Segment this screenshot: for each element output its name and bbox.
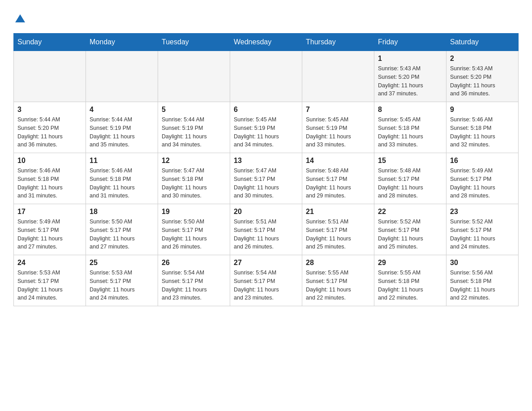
calendar-table: SundayMondayTuesdayWednesdayThursdayFrid… [13, 33, 519, 306]
calendar-day-cell: 22Sunrise: 5:52 AM Sunset: 5:17 PM Dayli… [374, 204, 446, 255]
calendar-day-cell [158, 51, 230, 102]
calendar-day-cell: 21Sunrise: 5:51 AM Sunset: 5:17 PM Dayli… [302, 204, 374, 255]
calendar-day-cell: 15Sunrise: 5:48 AM Sunset: 5:17 PM Dayli… [374, 153, 446, 204]
day-info: Sunrise: 5:45 AM Sunset: 5:18 PM Dayligh… [378, 116, 442, 149]
calendar-week-row: 10Sunrise: 5:46 AM Sunset: 5:18 PM Dayli… [14, 153, 519, 204]
day-info: Sunrise: 5:55 AM Sunset: 5:18 PM Dayligh… [378, 269, 442, 302]
calendar-day-cell: 26Sunrise: 5:54 AM Sunset: 5:17 PM Dayli… [158, 255, 230, 306]
calendar-week-row: 1Sunrise: 5:43 AM Sunset: 5:20 PM Daylig… [14, 51, 519, 102]
calendar-day-cell: 6Sunrise: 5:45 AM Sunset: 5:19 PM Daylig… [230, 102, 302, 153]
day-info: Sunrise: 5:46 AM Sunset: 5:18 PM Dayligh… [450, 116, 515, 149]
day-info: Sunrise: 5:47 AM Sunset: 5:17 PM Dayligh… [234, 167, 298, 200]
logo-triangle-icon [15, 14, 25, 22]
day-info: Sunrise: 5:44 AM Sunset: 5:20 PM Dayligh… [17, 116, 82, 149]
day-info: Sunrise: 5:47 AM Sunset: 5:18 PM Dayligh… [162, 167, 226, 200]
day-info: Sunrise: 5:43 AM Sunset: 5:20 PM Dayligh… [378, 64, 442, 98]
calendar-day-cell [302, 51, 374, 102]
calendar-day-cell: 30Sunrise: 5:56 AM Sunset: 5:18 PM Dayli… [446, 255, 519, 306]
calendar-day-cell: 1Sunrise: 5:43 AM Sunset: 5:20 PM Daylig… [374, 51, 446, 102]
day-info: Sunrise: 5:46 AM Sunset: 5:18 PM Dayligh… [90, 167, 154, 200]
day-number: 22 [378, 208, 442, 216]
day-number: 6 [234, 106, 298, 114]
day-info: Sunrise: 5:56 AM Sunset: 5:18 PM Dayligh… [450, 269, 515, 302]
day-info: Sunrise: 5:54 AM Sunset: 5:17 PM Dayligh… [162, 269, 226, 302]
day-number: 19 [162, 208, 226, 216]
day-number: 28 [306, 259, 370, 267]
calendar-day-cell: 9Sunrise: 5:46 AM Sunset: 5:18 PM Daylig… [446, 102, 519, 153]
calendar-day-cell: 20Sunrise: 5:51 AM Sunset: 5:17 PM Dayli… [230, 204, 302, 255]
day-number: 4 [90, 106, 154, 114]
day-number: 15 [378, 157, 442, 165]
day-number: 12 [162, 157, 226, 165]
calendar-day-cell: 13Sunrise: 5:47 AM Sunset: 5:17 PM Dayli… [230, 153, 302, 204]
calendar-day-cell: 7Sunrise: 5:45 AM Sunset: 5:19 PM Daylig… [302, 102, 374, 153]
day-info: Sunrise: 5:51 AM Sunset: 5:17 PM Dayligh… [306, 218, 370, 251]
day-info: Sunrise: 5:50 AM Sunset: 5:17 PM Dayligh… [162, 218, 226, 251]
day-number: 5 [162, 106, 226, 114]
day-number: 1 [378, 55, 442, 63]
calendar-day-cell: 16Sunrise: 5:49 AM Sunset: 5:17 PM Dayli… [446, 153, 519, 204]
calendar-day-cell: 29Sunrise: 5:55 AM Sunset: 5:18 PM Dayli… [374, 255, 446, 306]
day-number: 20 [234, 208, 298, 216]
calendar-day-cell [230, 51, 302, 102]
weekday-header-thursday: Thursday [302, 34, 374, 51]
day-info: Sunrise: 5:45 AM Sunset: 5:19 PM Dayligh… [234, 116, 298, 149]
day-number: 30 [450, 259, 515, 267]
calendar-day-cell: 18Sunrise: 5:50 AM Sunset: 5:17 PM Dayli… [86, 204, 158, 255]
weekday-header-wednesday: Wednesday [230, 34, 302, 51]
calendar-day-cell: 17Sunrise: 5:49 AM Sunset: 5:17 PM Dayli… [14, 204, 86, 255]
day-number: 27 [234, 259, 298, 267]
day-info: Sunrise: 5:52 AM Sunset: 5:17 PM Dayligh… [450, 218, 515, 251]
calendar-day-cell: 3Sunrise: 5:44 AM Sunset: 5:20 PM Daylig… [14, 102, 86, 153]
day-number: 7 [306, 106, 370, 114]
calendar-day-cell: 11Sunrise: 5:46 AM Sunset: 5:18 PM Dayli… [86, 153, 158, 204]
weekday-header-row: SundayMondayTuesdayWednesdayThursdayFrid… [14, 34, 519, 51]
day-info: Sunrise: 5:52 AM Sunset: 5:17 PM Dayligh… [378, 218, 442, 251]
day-info: Sunrise: 5:44 AM Sunset: 5:19 PM Dayligh… [90, 116, 154, 149]
day-number: 24 [17, 259, 82, 267]
day-info: Sunrise: 5:46 AM Sunset: 5:18 PM Dayligh… [17, 167, 82, 200]
day-info: Sunrise: 5:54 AM Sunset: 5:17 PM Dayligh… [234, 269, 298, 302]
calendar-day-cell: 12Sunrise: 5:47 AM Sunset: 5:18 PM Dayli… [158, 153, 230, 204]
header [13, 13, 519, 24]
calendar-day-cell: 2Sunrise: 5:43 AM Sunset: 5:20 PM Daylig… [446, 51, 519, 102]
day-info: Sunrise: 5:45 AM Sunset: 5:19 PM Dayligh… [306, 116, 370, 149]
day-number: 2 [450, 55, 515, 63]
day-number: 10 [17, 157, 82, 165]
calendar-day-cell [86, 51, 158, 102]
day-number: 18 [90, 208, 154, 216]
day-info: Sunrise: 5:49 AM Sunset: 5:17 PM Dayligh… [17, 218, 82, 251]
calendar-day-cell: 10Sunrise: 5:46 AM Sunset: 5:18 PM Dayli… [14, 153, 86, 204]
calendar-day-cell: 24Sunrise: 5:53 AM Sunset: 5:17 PM Dayli… [14, 255, 86, 306]
weekday-header-saturday: Saturday [446, 34, 519, 51]
calendar-day-cell: 25Sunrise: 5:53 AM Sunset: 5:17 PM Dayli… [86, 255, 158, 306]
day-info: Sunrise: 5:50 AM Sunset: 5:17 PM Dayligh… [90, 218, 154, 251]
calendar-week-row: 24Sunrise: 5:53 AM Sunset: 5:17 PM Dayli… [14, 255, 519, 306]
day-info: Sunrise: 5:53 AM Sunset: 5:17 PM Dayligh… [17, 269, 82, 302]
weekday-header-monday: Monday [86, 34, 158, 51]
day-info: Sunrise: 5:55 AM Sunset: 5:17 PM Dayligh… [306, 269, 370, 302]
day-number: 29 [378, 259, 442, 267]
calendar-week-row: 3Sunrise: 5:44 AM Sunset: 5:20 PM Daylig… [14, 102, 519, 153]
day-info: Sunrise: 5:53 AM Sunset: 5:17 PM Dayligh… [90, 269, 154, 302]
day-number: 14 [306, 157, 370, 165]
day-number: 13 [234, 157, 298, 165]
day-info: Sunrise: 5:48 AM Sunset: 5:17 PM Dayligh… [306, 167, 370, 200]
logo [13, 13, 25, 24]
day-number: 11 [90, 157, 154, 165]
calendar-day-cell: 27Sunrise: 5:54 AM Sunset: 5:17 PM Dayli… [230, 255, 302, 306]
day-number: 9 [450, 106, 515, 114]
day-number: 8 [378, 106, 442, 114]
day-info: Sunrise: 5:43 AM Sunset: 5:20 PM Dayligh… [450, 64, 515, 98]
day-info: Sunrise: 5:48 AM Sunset: 5:17 PM Dayligh… [378, 167, 442, 200]
day-number: 23 [450, 208, 515, 216]
calendar-week-row: 17Sunrise: 5:49 AM Sunset: 5:17 PM Dayli… [14, 204, 519, 255]
day-info: Sunrise: 5:44 AM Sunset: 5:19 PM Dayligh… [162, 116, 226, 149]
day-number: 3 [17, 106, 82, 114]
weekday-header-friday: Friday [374, 34, 446, 51]
weekday-header-tuesday: Tuesday [158, 34, 230, 51]
day-number: 21 [306, 208, 370, 216]
svg-marker-0 [15, 14, 25, 22]
calendar-day-cell: 19Sunrise: 5:50 AM Sunset: 5:17 PM Dayli… [158, 204, 230, 255]
day-info: Sunrise: 5:51 AM Sunset: 5:17 PM Dayligh… [234, 218, 298, 251]
